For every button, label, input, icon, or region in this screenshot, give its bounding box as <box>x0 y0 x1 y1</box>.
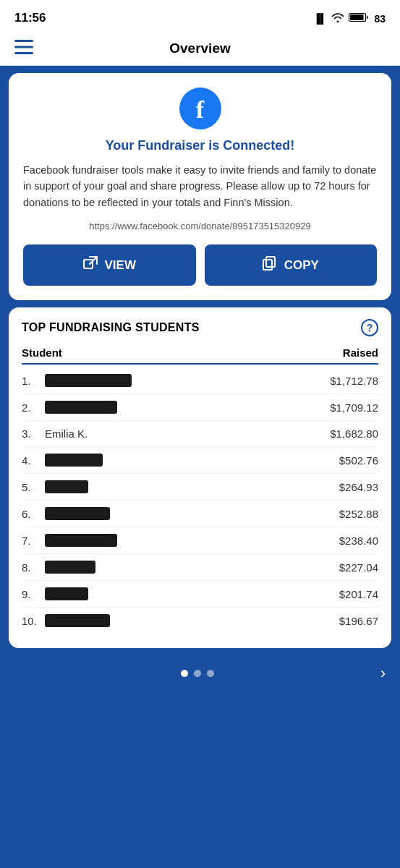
rank-number: 1. <box>22 375 39 387</box>
col-student-header: Student <box>22 346 62 359</box>
header-title: Overview <box>169 41 231 56</box>
raised-amount: $1,682.80 <box>330 427 378 440</box>
help-icon[interactable]: ? <box>361 319 378 336</box>
svg-rect-5 <box>84 260 93 268</box>
raised-amount: $252.88 <box>339 508 378 520</box>
fb-connected-title: Your Fundraiser is Connected! <box>106 138 295 153</box>
status-time: 11:56 <box>14 11 46 25</box>
svg-rect-7 <box>263 260 272 270</box>
pagination-dot[interactable] <box>194 670 201 677</box>
table-row: 1.$1,712.78 <box>22 367 378 394</box>
signal-icon: ▐▌ <box>313 13 326 24</box>
pagination-dot[interactable] <box>207 670 214 677</box>
raised-amount: $1,709.12 <box>330 401 378 414</box>
pagination-dot[interactable] <box>181 670 188 677</box>
fb-url[interactable]: https://www.facebook.com/donate/89517351… <box>89 221 310 231</box>
leaderboard-header: TOP FUNDRAISING STUDENTS ? <box>22 319 378 336</box>
leaderboard-rows: 1.$1,712.782.$1,709.123.Emilia K.$1,682.… <box>22 367 378 634</box>
student-name <box>45 454 103 467</box>
copy-button[interactable]: COPY <box>205 244 378 286</box>
student-cell: 10. <box>22 614 339 627</box>
student-name <box>45 401 117 414</box>
raised-amount: $227.04 <box>339 561 378 574</box>
wifi-icon <box>331 12 344 25</box>
external-link-icon <box>83 256 98 274</box>
student-name <box>45 561 95 574</box>
student-cell: 8. <box>22 561 339 574</box>
pagination-dots <box>14 670 380 677</box>
student-name <box>45 374 132 387</box>
svg-rect-3 <box>14 46 33 48</box>
leaderboard-col-headers: Student Raised <box>22 342 378 365</box>
view-label: VIEW <box>105 258 136 273</box>
student-name: Emilia K. <box>45 427 88 440</box>
rank-number: 8. <box>22 561 39 574</box>
student-cell: 1. <box>22 374 330 387</box>
student-cell: 4. <box>22 454 339 467</box>
status-icons: ▐▌ 83 <box>313 12 386 25</box>
table-row: 5.$264.93 <box>22 474 378 501</box>
svg-rect-6 <box>266 257 275 267</box>
rank-number: 3. <box>22 427 39 440</box>
svg-rect-4 <box>14 52 33 54</box>
status-bar: 11:56 ▐▌ 83 <box>0 0 400 32</box>
rank-number: 4. <box>22 454 39 467</box>
pagination: › <box>0 655 400 697</box>
student-name <box>45 614 110 627</box>
rank-number: 5. <box>22 481 39 493</box>
battery-icon: 83 <box>349 12 386 25</box>
fb-description: Facebook fundraiser tools make it easy t… <box>23 162 377 210</box>
raised-amount: $1,712.78 <box>330 375 378 387</box>
raised-amount: $196.67 <box>339 615 378 627</box>
rank-number: 9. <box>22 588 39 600</box>
facebook-card: f Your Fundraiser is Connected! Facebook… <box>9 73 391 300</box>
student-cell: 5. <box>22 480 339 493</box>
rank-number: 2. <box>22 401 39 414</box>
student-cell: 3.Emilia K. <box>22 427 330 440</box>
copy-icon <box>263 256 277 274</box>
raised-amount: $502.76 <box>339 454 378 467</box>
table-row: 3.Emilia K.$1,682.80 <box>22 421 378 447</box>
leaderboard-title: TOP FUNDRAISING STUDENTS <box>22 321 200 334</box>
view-button[interactable]: VIEW <box>23 244 196 286</box>
battery-level: 83 <box>374 13 386 25</box>
table-row: 4.$502.76 <box>22 447 378 474</box>
raised-amount: $238.40 <box>339 535 378 547</box>
rank-number: 7. <box>22 535 39 547</box>
raised-amount: $201.74 <box>339 588 378 600</box>
student-name <box>45 587 88 600</box>
student-cell: 2. <box>22 401 330 414</box>
fb-buttons: VIEW COPY <box>23 244 377 286</box>
copy-label: COPY <box>284 258 319 273</box>
svg-rect-2 <box>14 40 33 42</box>
rank-number: 6. <box>22 508 39 520</box>
student-name <box>45 507 110 520</box>
menu-icon[interactable] <box>14 40 33 57</box>
table-row: 9.$201.74 <box>22 581 378 608</box>
rank-number: 10. <box>22 615 39 627</box>
header: Overview <box>0 32 400 66</box>
next-arrow[interactable]: › <box>380 664 386 683</box>
student-cell: 6. <box>22 507 339 520</box>
svg-rect-1 <box>350 14 364 20</box>
facebook-logo: f <box>179 88 221 129</box>
col-raised-header: Raised <box>343 346 378 359</box>
main-content: f Your Fundraiser is Connected! Facebook… <box>0 66 400 655</box>
table-row: 7.$238.40 <box>22 527 378 554</box>
student-name <box>45 534 117 547</box>
student-cell: 9. <box>22 587 339 600</box>
leaderboard-card: TOP FUNDRAISING STUDENTS ? Student Raise… <box>9 307 391 648</box>
table-row: 10.$196.67 <box>22 608 378 634</box>
table-row: 2.$1,709.12 <box>22 394 378 421</box>
table-row: 8.$227.04 <box>22 554 378 581</box>
student-cell: 7. <box>22 534 339 547</box>
table-row: 6.$252.88 <box>22 501 378 527</box>
student-name <box>45 480 88 493</box>
raised-amount: $264.93 <box>339 481 378 493</box>
